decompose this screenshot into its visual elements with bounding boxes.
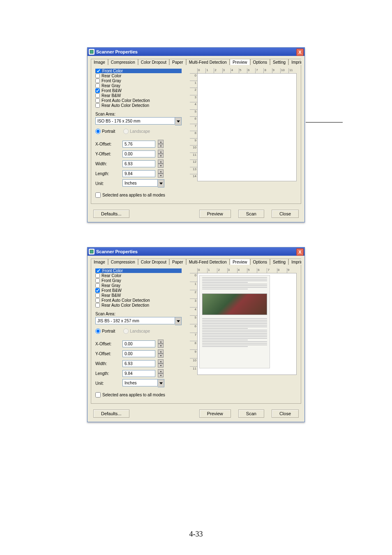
chk-front-gray[interactable]: Front Gray [95,79,182,83]
chk-front-auto[interactable]: Front Auto Color Detection [95,98,182,103]
yoffset-spinner[interactable]: ▴▾ [158,349,164,358]
scan-button[interactable]: Scan [238,210,264,218]
preview-button[interactable]: Preview [199,210,231,218]
xoffset-input[interactable]: 5.76 [122,141,155,148]
yoffset-spinner[interactable]: ▴▾ [158,150,164,158]
chevron-down-icon[interactable] [158,179,164,187]
tab-compression[interactable]: Compression [108,59,138,65]
chk-label: Front B&W [101,288,122,293]
tab-multifeed[interactable]: Multi-Feed Detection [186,259,230,265]
chk-front-gray[interactable]: Front Gray [95,278,182,283]
width-input[interactable]: 6.93 [122,360,155,367]
radio-portrait[interactable]: Portrait [95,328,115,334]
yoffset-input[interactable]: 0.00 [122,150,155,157]
chk-label: Rear Auto Color Detection [101,303,149,308]
yoffset-input[interactable]: 0.00 [122,350,155,357]
chk-rear-color[interactable]: Rear Color [95,74,182,78]
radio-label: Landscape [130,129,150,134]
tab-image[interactable]: Image [91,59,108,65]
scanner-properties-window: Scanner Properties X Image Compression C… [87,247,305,422]
xoffset-spinner[interactable]: ▴▾ [158,140,164,148]
tab-preview[interactable]: Preview [230,259,250,265]
length-spinner[interactable]: ▴▾ [158,169,164,178]
chk-label: Front Gray [101,79,121,83]
tab-compression[interactable]: Compression [108,259,138,265]
chk-rear-gray[interactable]: Rear Gray [95,83,182,88]
yoffset-label: Y-Offset: [95,152,120,156]
tab-setting[interactable]: Setting [270,259,288,265]
tab-setting[interactable]: Setting [270,59,288,65]
app-icon [89,49,95,55]
chk-rear-auto[interactable]: Rear Auto Color Detection [95,303,182,308]
chk-label: Front Auto Color Detection [101,298,150,303]
scan-area-value: ISO B5 - 176 x 250 mm [95,117,175,125]
chk-rear-color[interactable]: Rear Color [95,273,182,278]
chk-rear-auto[interactable]: Rear Auto Color Detection [95,103,182,108]
tab-imprinter[interactable]: Imprinter [288,59,301,65]
tab-options[interactable]: Options [250,259,270,265]
apply-label: Selected area applies to all modes [102,393,165,397]
mode-list: Front Color Rear Color Front Gray Rear G… [95,268,182,308]
radio-landscape: Landscape [123,328,150,334]
tab-image[interactable]: Image [91,259,108,265]
chevron-down-icon[interactable] [175,117,182,125]
width-spinner[interactable]: ▴▾ [158,359,164,368]
tab-paper[interactable]: Paper [169,259,186,265]
close-button[interactable]: Close [272,409,299,418]
scan-area-combo[interactable]: ISO B5 - 176 x 250 mm [95,117,182,125]
chk-front-auto[interactable]: Front Auto Color Detection [95,298,182,303]
length-input[interactable]: 9.84 [122,370,155,377]
tab-color-dropout[interactable]: Color Dropout [138,259,169,265]
chk-rear-bw[interactable]: Rear B&W [95,293,182,298]
scanner-properties-window: Scanner Properties X Image Compression C… [87,47,305,222]
chk-label: Rear Color [101,74,121,78]
tab-panel: Front Color Rear Color Front Gray Rear G… [91,65,301,204]
ruler-horizontal: 01234567891011 [197,68,297,73]
chevron-down-icon[interactable] [158,379,164,387]
chk-front-color[interactable]: Front Color [95,69,182,73]
chk-front-bw[interactable]: Front B&W [95,88,182,93]
chk-label: Front Auto Color Detection [101,98,150,103]
titlebar: Scanner Properties X [88,247,304,256]
scan-button[interactable]: Scan [238,409,264,418]
close-button[interactable]: X [296,49,304,56]
preview-canvas[interactable] [197,73,297,181]
tab-imprinter[interactable]: Imprinter [288,259,301,265]
xoffset-input[interactable]: 0.00 [122,340,155,347]
tab-options[interactable]: Options [250,59,270,65]
chk-front-bw[interactable]: Front B&W [95,288,182,293]
chk-label: Front Color [102,69,123,73]
preview-button[interactable]: Preview [199,409,231,418]
width-input[interactable]: 6.93 [122,160,155,167]
radio-portrait[interactable]: Portrait [95,129,115,134]
close-button[interactable]: X [296,248,304,256]
defaults-button[interactable]: Defaults... [93,409,129,418]
ruler-vertical: 01234567891011121314 [190,73,197,181]
defaults-button[interactable]: Defaults... [93,210,129,218]
tab-multifeed[interactable]: Multi-Feed Detection [186,59,230,65]
preview-canvas[interactable] [197,273,297,375]
tab-preview[interactable]: Preview [230,59,250,65]
chk-rear-bw[interactable]: Rear B&W [95,93,182,98]
xoffset-spinner[interactable]: ▴▾ [158,340,164,348]
apply-all-modes[interactable]: Selected area applies to all modes [95,392,182,398]
close-button[interactable]: Close [272,210,299,218]
unit-combo[interactable]: Inches [122,179,164,187]
tab-color-dropout[interactable]: Color Dropout [138,59,169,65]
chk-rear-gray[interactable]: Rear Gray [95,283,182,288]
tab-paper[interactable]: Paper [169,59,186,65]
length-spinner[interactable]: ▴▾ [158,369,164,377]
scan-area-label: Scan Area: [95,312,182,316]
chevron-down-icon[interactable] [175,317,182,325]
length-input[interactable]: 9.84 [122,170,155,177]
unit-combo[interactable]: Inches [122,379,164,387]
ruler-vertical: 01234567891011 [190,273,197,375]
radio-label: Landscape [130,329,150,333]
scan-area-combo[interactable]: JIS B5 - 182 x 257 mm [95,317,182,325]
unit-label: Unit: [95,381,120,386]
width-spinner[interactable]: ▴▾ [158,160,164,168]
ruler-horizontal: 0123456789 [197,268,297,273]
length-label: Length: [95,371,120,376]
chk-front-color[interactable]: Front Color [95,268,182,273]
apply-all-modes[interactable]: Selected area applies to all modes [95,192,182,198]
